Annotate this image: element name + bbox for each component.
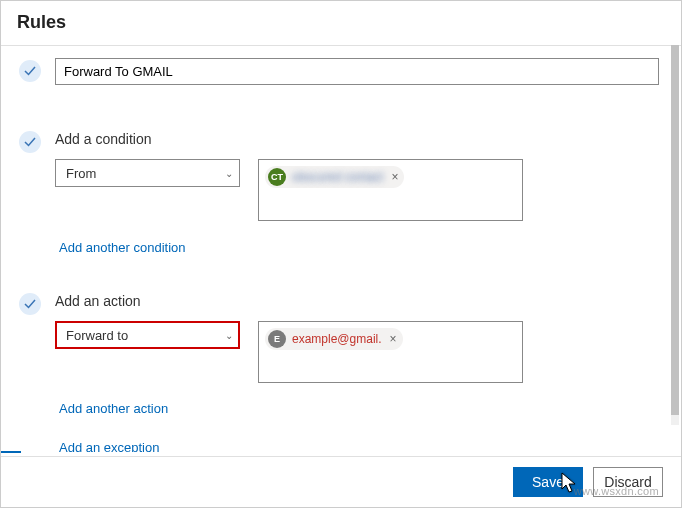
add-condition-link[interactable]: Add another condition: [59, 240, 185, 255]
check-icon: [19, 293, 41, 315]
action-value-box[interactable]: E example@gmail. ×: [258, 321, 523, 383]
add-action-link[interactable]: Add another action: [59, 401, 659, 416]
close-icon[interactable]: [653, 11, 665, 33]
condition-select[interactable]: From ⌄: [55, 159, 240, 187]
dialog-footer: Save Discard: [1, 456, 681, 507]
condition-select-value: From: [66, 166, 96, 181]
scrollbar[interactable]: [671, 45, 679, 425]
dialog-header: Rules: [1, 1, 681, 46]
chevron-down-icon: ⌄: [225, 168, 233, 179]
rule-name-row: [19, 58, 671, 85]
discard-button[interactable]: Discard: [593, 467, 663, 497]
email-chip[interactable]: E example@gmail. ×: [265, 328, 403, 350]
avatar: CT: [268, 168, 286, 186]
condition-title: Add a condition: [55, 131, 659, 147]
action-row: Add an action Forward to ⌄ E example@gma…: [19, 291, 671, 452]
scrollbar-thumb[interactable]: [671, 45, 679, 415]
remove-chip-icon[interactable]: ×: [390, 332, 397, 346]
progress-accent: [1, 451, 21, 453]
contact-chip[interactable]: CT obscured contact ×: [265, 166, 404, 188]
dialog-body: Add a condition From ⌄ CT obscured conta…: [1, 46, 681, 452]
condition-row: Add a condition From ⌄ CT obscured conta…: [19, 129, 671, 283]
condition-value-box[interactable]: CT obscured contact ×: [258, 159, 523, 221]
chevron-down-icon: ⌄: [225, 330, 233, 341]
dialog-title: Rules: [17, 12, 66, 33]
rule-name-input[interactable]: [55, 58, 659, 85]
check-icon: [19, 60, 41, 82]
action-title: Add an action: [55, 293, 659, 309]
chip-label: obscured contact: [292, 170, 383, 184]
action-select[interactable]: Forward to ⌄: [55, 321, 240, 349]
action-select-value: Forward to: [66, 328, 128, 343]
add-exception-link[interactable]: Add an exception: [59, 440, 659, 452]
chip-label: example@gmail.: [292, 332, 382, 346]
check-icon: [19, 131, 41, 153]
avatar: E: [268, 330, 286, 348]
remove-chip-icon[interactable]: ×: [391, 170, 398, 184]
save-button[interactable]: Save: [513, 467, 583, 497]
